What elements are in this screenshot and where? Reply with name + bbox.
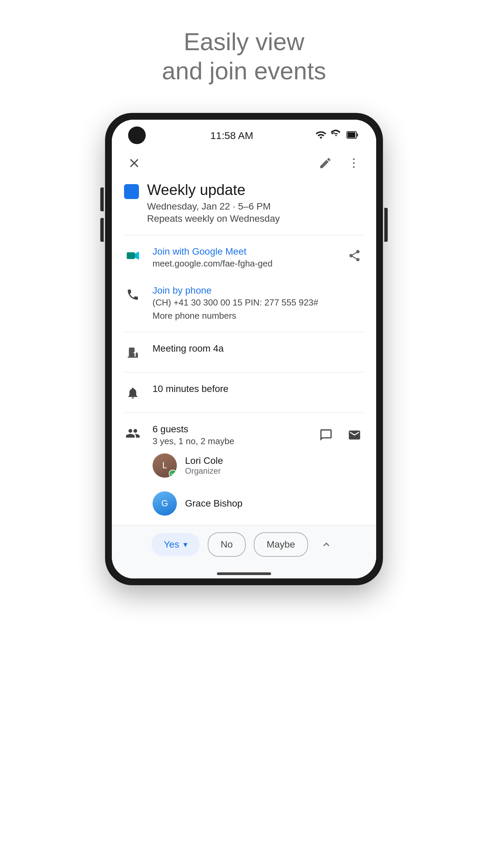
phone-row: Join by phone (CH) +41 30 300 00 15 PIN:… (124, 277, 364, 329)
message-guests-button[interactable] (317, 426, 336, 445)
tagline-line2: and join events (162, 57, 326, 84)
rsvp-maybe-label: Maybe (267, 539, 295, 550)
rsvp-yes-label: Yes (164, 539, 179, 550)
more-phone-numbers[interactable]: More phone numbers (152, 311, 364, 321)
guests-count: 6 guests (152, 424, 317, 435)
guest-name-lori: Lori Cole (185, 455, 223, 466)
guests-info: 6 guests 3 yes, 1 no, 2 maybe (152, 424, 317, 447)
tagline-line1: Easily view (184, 28, 304, 55)
guests-action-icons (317, 426, 364, 445)
vol-button-up (100, 188, 104, 211)
reminder-row: 10 minutes before (124, 375, 364, 410)
rsvp-no-label: No (221, 539, 233, 550)
meet-row: Join with Google Meet meet.google.com/fa… (124, 238, 364, 277)
divider-3 (124, 372, 364, 373)
wifi-icon (315, 129, 327, 142)
guests-row: 6 guests 3 yes, 1 no, 2 maybe (124, 416, 364, 525)
guest-name-grace: Grace Bishop (185, 498, 243, 509)
phone-shell: 11:58 AM (105, 113, 383, 585)
status-icons (315, 129, 360, 142)
location-icon (124, 344, 142, 361)
svg-point-8 (134, 352, 135, 353)
home-bar (217, 572, 271, 575)
meet-url: meet.google.com/fae-fgha-ged (152, 258, 334, 269)
event-datetime: Wednesday, Jan 22 · 5–6 PM (147, 201, 280, 212)
rsvp-maybe-button[interactable]: Maybe (254, 532, 308, 557)
svg-point-4 (353, 166, 355, 168)
guest-avatar-lori: L (152, 453, 177, 478)
status-bar: 11:58 AM (112, 120, 376, 147)
reminder-content: 10 minutes before (152, 383, 364, 394)
accepted-badge (169, 470, 177, 478)
rsvp-yes-button[interactable]: Yes ▾ (151, 533, 200, 556)
meet-content: Join with Google Meet meet.google.com/fa… (152, 246, 334, 269)
guests-rsvp: 3 yes, 1 no, 2 maybe (152, 436, 317, 447)
phone-screen: 11:58 AM (112, 120, 376, 578)
bell-icon (124, 384, 142, 402)
guest-row-lori: L Lori Cole Organizer (152, 447, 364, 485)
phone-content: Join by phone (CH) +41 30 300 00 15 PIN:… (152, 285, 364, 321)
phone-join-label[interactable]: Join by phone (152, 285, 364, 296)
divider-4 (124, 413, 364, 413)
divider-2 (124, 332, 364, 332)
rsvp-no-button[interactable]: No (208, 532, 246, 557)
vol-button-down (100, 218, 104, 242)
event-repeat: Repeats weekly on Wednesday (147, 213, 280, 224)
guest-details-lori: Lori Cole Organizer (185, 455, 223, 476)
guest-avatar-grace: G (152, 491, 177, 516)
close-button[interactable] (124, 153, 144, 173)
event-details: Weekly update Wednesday, Jan 22 · 5–6 PM… (147, 181, 280, 224)
event-header: Weekly update Wednesday, Jan 22 · 5–6 PM… (124, 181, 364, 224)
battery-icon (346, 129, 360, 142)
svg-point-2 (353, 158, 355, 160)
guest-row-grace: G Grace Bishop (152, 485, 364, 522)
divider-1 (124, 235, 364, 235)
meet-share-button[interactable] (345, 246, 364, 265)
phone-icon (124, 286, 142, 303)
toolbar-actions (315, 153, 364, 173)
signal-icon (331, 129, 342, 142)
rsvp-bar: Yes ▾ No Maybe (112, 525, 376, 568)
location-label: Meeting room 4a (152, 343, 364, 354)
location-content: Meeting room 4a (152, 343, 364, 354)
svg-point-3 (353, 162, 355, 164)
tagline: Easily view and join events (162, 27, 326, 86)
guests-header: 6 guests 3 yes, 1 no, 2 maybe (152, 424, 364, 447)
google-meet-icon (124, 247, 142, 264)
collapse-button[interactable] (316, 534, 337, 555)
location-row: Meeting room 4a (124, 335, 364, 370)
home-indicator (112, 568, 376, 578)
rsvp-yes-dropdown-icon: ▾ (183, 540, 187, 549)
more-options-button[interactable] (344, 153, 364, 173)
email-guests-button[interactable] (345, 426, 364, 445)
meet-join-label[interactable]: Join with Google Meet (152, 246, 334, 257)
phone-wrapper: 11:58 AM (105, 113, 383, 689)
guest-role-lori: Organizer (185, 466, 223, 476)
reminder-label: 10 minutes before (152, 383, 364, 394)
event-color-indicator (124, 184, 139, 199)
edit-button[interactable] (315, 153, 336, 173)
svg-rect-1 (348, 132, 355, 138)
guests-content: 6 guests 3 yes, 1 no, 2 maybe (152, 424, 364, 522)
camera-notch (128, 126, 146, 144)
guests-icon (124, 425, 142, 442)
event-content: Weekly update Wednesday, Jan 22 · 5–6 PM… (112, 179, 376, 525)
svg-rect-6 (127, 252, 135, 259)
power-button (384, 208, 388, 242)
event-title: Weekly update (147, 181, 280, 198)
status-time: 11:58 AM (210, 130, 253, 141)
app-toolbar (112, 147, 376, 179)
phone-number: (CH) +41 30 300 00 15 PIN: 277 555 923# (152, 297, 364, 308)
guest-details-grace: Grace Bishop (185, 498, 243, 509)
